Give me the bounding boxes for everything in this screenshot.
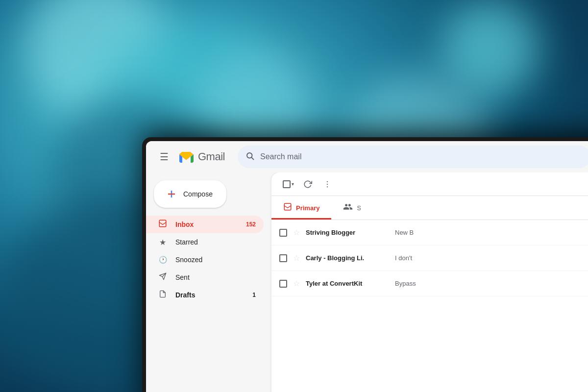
email-sender: Carly - Blogging Li. [306, 254, 389, 262]
email-sender: Tyler at ConvertKit [306, 280, 389, 287]
email-checkbox[interactable] [279, 280, 287, 288]
inbox-icon [158, 219, 168, 230]
email-preview: Bypass [395, 280, 588, 287]
tab-primary-label: Primary [296, 204, 319, 212]
more-options-button[interactable] [318, 175, 336, 193]
sidebar-item-sent[interactable]: Sent [146, 269, 264, 286]
sidebar: Compose Inbox 152 [146, 172, 271, 392]
svg-point-9 [327, 186, 328, 187]
drafts-icon [158, 290, 168, 300]
email-checkbox[interactable] [279, 229, 287, 237]
inbox-count: 152 [246, 221, 256, 228]
select-checkbox [283, 180, 291, 188]
refresh-button[interactable] [299, 175, 317, 193]
gmail-logo: Gmail [177, 148, 225, 166]
svg-line-1 [251, 157, 253, 159]
svg-point-8 [327, 183, 328, 184]
email-preview: I don't [395, 254, 588, 262]
star-icon[interactable]: ☆ [293, 228, 300, 237]
sent-icon [158, 272, 168, 282]
tabs-row: Primary S [271, 196, 588, 220]
gmail-wordmark: Gmail [198, 150, 225, 163]
search-icon [245, 151, 254, 163]
gmail-app: ☰ Gmail [146, 141, 588, 392]
email-item[interactable]: ☆ Tyler at ConvertKit Bypass [271, 271, 588, 296]
chevron-down-icon: ▾ [292, 181, 294, 187]
sidebar-item-snoozed[interactable]: 🕐 Snoozed [146, 251, 264, 269]
tab-social-label: S [357, 204, 361, 212]
menu-button[interactable]: ☰ [156, 148, 172, 166]
device-screen: ☰ Gmail [146, 141, 588, 392]
sidebar-item-inbox[interactable]: Inbox 152 [146, 216, 264, 233]
gmail-body: Compose Inbox 152 [146, 172, 588, 392]
primary-tab-icon [283, 202, 292, 213]
select-all-button[interactable]: ▾ [279, 175, 297, 193]
starred-label: Starred [175, 238, 256, 246]
snoozed-icon: 🕐 [158, 256, 168, 264]
starred-icon: ★ [158, 238, 168, 247]
gmail-m-icon [177, 148, 195, 166]
device-frame: ☰ Gmail [142, 137, 588, 392]
main-content: ▾ [271, 172, 588, 392]
email-sender: Striving Blogger [306, 229, 389, 236]
email-checkbox[interactable] [279, 254, 287, 262]
compose-label: Compose [183, 190, 213, 198]
inbox-label: Inbox [175, 220, 238, 228]
sidebar-item-drafts[interactable]: Drafts 1 [146, 286, 264, 304]
toolbar: ▾ [271, 172, 588, 196]
search-placeholder-text: Search mail [260, 152, 301, 161]
tab-social[interactable]: S [331, 196, 361, 220]
star-icon[interactable]: ☆ [293, 253, 300, 263]
snoozed-label: Snoozed [175, 256, 256, 264]
email-list: ☆ Striving Blogger New B ☆ Carly - Blogg… [271, 220, 588, 392]
email-preview: New B [395, 229, 588, 236]
email-item[interactable]: ☆ Carly - Blogging Li. I don't [271, 245, 588, 271]
social-tab-icon [343, 202, 353, 214]
svg-point-7 [327, 181, 328, 182]
drafts-label: Drafts [175, 291, 245, 299]
sidebar-item-starred[interactable]: ★ Starred [146, 233, 264, 251]
compose-button[interactable]: Compose [154, 180, 226, 208]
tab-primary[interactable]: Primary [271, 196, 331, 220]
email-item[interactable]: ☆ Striving Blogger New B [271, 220, 588, 245]
gmail-header: ☰ Gmail [146, 141, 588, 172]
compose-plus-icon [166, 188, 177, 200]
star-icon[interactable]: ☆ [293, 279, 300, 288]
drafts-count: 1 [252, 292, 256, 298]
search-bar[interactable]: Search mail [238, 146, 588, 168]
sent-label: Sent [175, 273, 256, 281]
